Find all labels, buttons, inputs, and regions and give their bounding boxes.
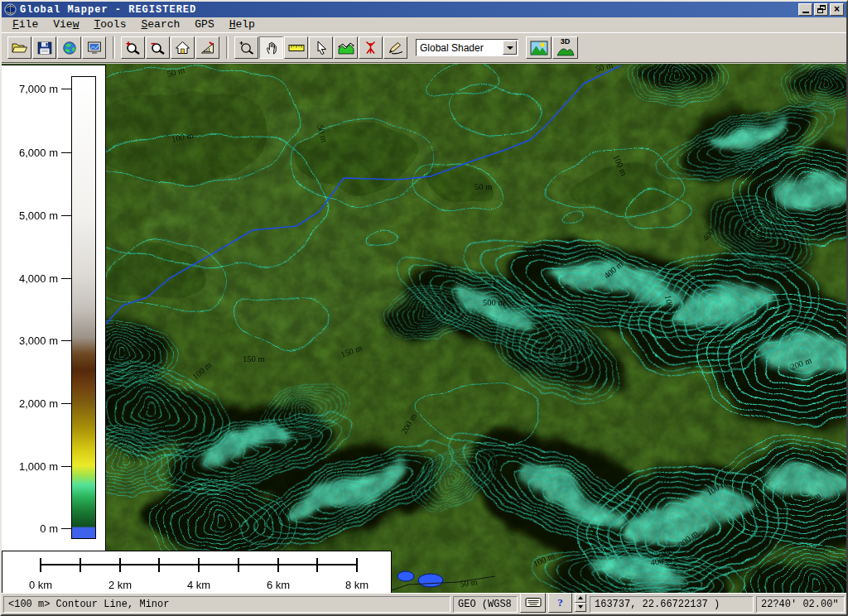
dms-coords-panel: 22?40' 02.00" N, 114?22' 17.89" E	[756, 596, 845, 613]
feature-info-text: <100 m> Contour Line, Minor	[8, 599, 169, 610]
scale-label: 6 km	[267, 579, 290, 591]
chevron-down-icon	[507, 46, 513, 50]
projection-panel: GEO (WGS8	[453, 596, 518, 613]
view-3d-label: 3D	[561, 38, 571, 46]
scale-bar: 0 km 2 km 4 km 6 km 8 km	[2, 551, 392, 594]
select-tool-button[interactable]	[309, 36, 333, 59]
zoom-out-button[interactable]	[146, 36, 170, 59]
help-button[interactable]: ?	[548, 593, 572, 613]
view-3d-button[interactable]: 3D	[552, 36, 578, 59]
save-icon	[37, 41, 52, 55]
image-view-button[interactable]	[526, 36, 552, 59]
keyboard-icon	[525, 597, 542, 608]
view-shed-antenna-icon	[364, 41, 378, 55]
zoom-in-icon	[125, 41, 141, 55]
legend-label: 6,000 m	[19, 147, 58, 159]
digitizer-button[interactable]	[383, 36, 407, 59]
menu-gps[interactable]: GPS	[187, 17, 221, 32]
scale-triangle-icon	[200, 41, 216, 55]
status-bar: <100 m> Contour Line, Minor GEO (WGS8 ? …	[2, 593, 846, 614]
zoom-to-scale-button[interactable]	[195, 36, 219, 59]
restore-button[interactable]	[814, 3, 828, 16]
zoom-out-icon	[150, 41, 166, 55]
legend-tick	[61, 528, 71, 529]
native-coords-panel: 163737, 22.66722137 )	[590, 596, 754, 613]
restore-icon	[817, 5, 826, 13]
shader-dropdown-button[interactable]	[503, 41, 517, 55]
full-view-button[interactable]	[171, 36, 195, 59]
save-button[interactable]	[32, 36, 56, 59]
zoom-tool-button[interactable]	[234, 36, 258, 59]
legend-label: 3,000 m	[19, 334, 58, 347]
title-bar[interactable]: Global Mapper - REGISTERED ×	[2, 2, 846, 17]
legend-tick	[61, 152, 71, 153]
global-mapper-window: Global Mapper - REGISTERED × File View T…	[0, 0, 848, 616]
arrow-cursor-icon	[315, 41, 328, 55]
window-title: Global Mapper - REGISTERED	[20, 4, 797, 16]
elevation-gradient-bar	[71, 76, 96, 539]
legend-label: 4,000 m	[19, 272, 58, 285]
map-canvas[interactable]: 50 m100 m50 m50 m100 m50 m500 m400 m350 …	[106, 64, 846, 594]
pan-hand-icon	[264, 41, 279, 55]
configuration-button[interactable]	[82, 36, 106, 59]
app-globe-icon	[4, 3, 17, 16]
open-file-button[interactable]	[7, 36, 31, 59]
map-workspace: 50 m100 m50 m50 m100 m50 m500 m400 m350 …	[2, 64, 846, 594]
legend-tick	[61, 340, 71, 341]
shader-dropdown[interactable]: Global Shader	[416, 39, 518, 56]
legend-label: 1,000 m	[19, 460, 58, 473]
open-file-icon	[12, 41, 28, 55]
menu-help[interactable]: Help	[222, 17, 263, 32]
spinner-down-icon	[578, 605, 583, 609]
overlay-control-button[interactable]	[57, 36, 81, 59]
legend-label: 2,000 m	[19, 397, 58, 410]
legend-label: 5,000 m	[19, 209, 58, 222]
zoom-tool-icon	[238, 41, 254, 55]
close-icon: ×	[834, 4, 840, 15]
scale-label: 2 km	[108, 579, 132, 591]
measure-tool-button[interactable]	[284, 36, 308, 59]
contour-label: 500 m	[483, 298, 505, 307]
ruler-icon	[288, 42, 305, 54]
scale-label: 8 km	[345, 579, 369, 591]
digitizer-pen-icon	[388, 41, 404, 55]
hill-icon	[556, 46, 575, 56]
legend-label: 7,000 m	[19, 83, 58, 95]
minimize-button[interactable]	[798, 3, 812, 16]
contour-label: 150 m	[243, 354, 265, 363]
shader-dropdown-value: Global Shader	[417, 42, 503, 54]
spinner-down-button[interactable]	[575, 603, 586, 612]
menu-tools[interactable]: Tools	[86, 17, 133, 32]
legend-label: 0 m	[40, 522, 58, 535]
toolbar: Global Shader 3D	[2, 32, 846, 63]
view-shed-button[interactable]	[359, 36, 383, 59]
menu-file[interactable]: File	[5, 17, 46, 32]
coordinate-spinner	[575, 594, 586, 612]
scale-label: 0 km	[29, 579, 52, 591]
projection-text: GEO (WGS8	[458, 599, 512, 610]
menu-view[interactable]: View	[46, 17, 86, 32]
terrain-texture	[106, 64, 846, 594]
help-icon: ?	[557, 596, 563, 609]
minimize-icon	[802, 12, 809, 13]
dms-coords-text: 22?40' 02.00" N, 114?22' 17.89" E	[761, 599, 845, 610]
zoom-in-button[interactable]	[121, 36, 145, 59]
toolbar-separator	[113, 36, 115, 59]
contour-label: 50 m	[475, 182, 492, 191]
landscape-icon	[530, 41, 548, 55]
legend-tick	[61, 89, 71, 89]
menu-bar: File View Tools Search GPS Help	[2, 17, 846, 32]
menu-search[interactable]: Search	[133, 17, 187, 32]
legend-tick	[61, 466, 71, 467]
close-button[interactable]: ×	[830, 3, 844, 16]
feature-info-panel: <100 m> Contour Line, Minor	[3, 596, 450, 613]
path-profile-icon	[338, 41, 354, 55]
scale-label: 4 km	[187, 579, 210, 591]
path-profile-button[interactable]	[334, 36, 358, 59]
legend-tick	[61, 403, 71, 404]
spinner-up-icon	[578, 596, 583, 599]
keyboard-button[interactable]	[520, 593, 546, 613]
spinner-up-button[interactable]	[575, 594, 586, 603]
legend-tick	[61, 278, 71, 279]
pan-tool-button[interactable]	[259, 36, 283, 59]
